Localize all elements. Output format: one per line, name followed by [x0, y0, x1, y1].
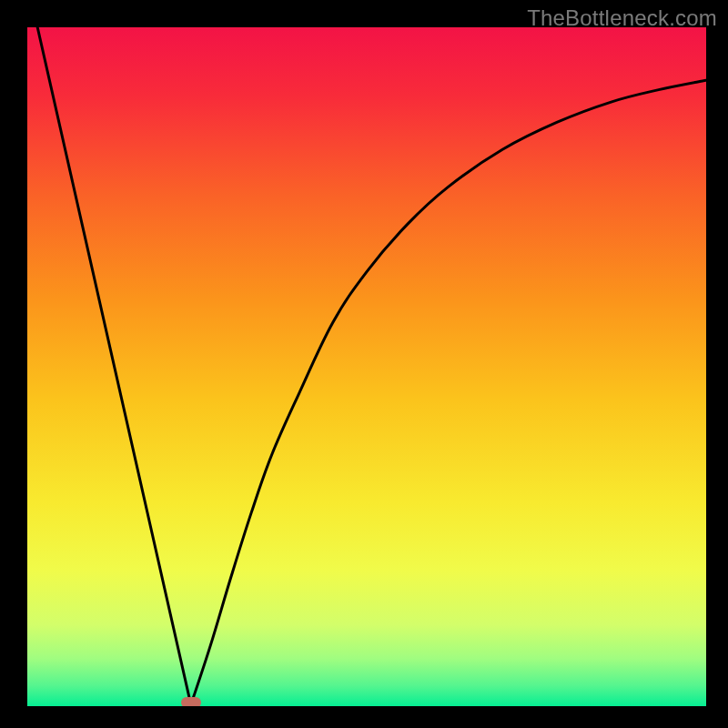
plot-area [27, 27, 706, 706]
series-right-curve [191, 80, 706, 704]
chart-frame: TheBottleneck.com [0, 0, 728, 728]
curve-layer [27, 27, 706, 706]
minimum-marker [181, 697, 201, 706]
watermark-text: TheBottleneck.com [527, 5, 717, 31]
series-left-line [37, 27, 191, 705]
